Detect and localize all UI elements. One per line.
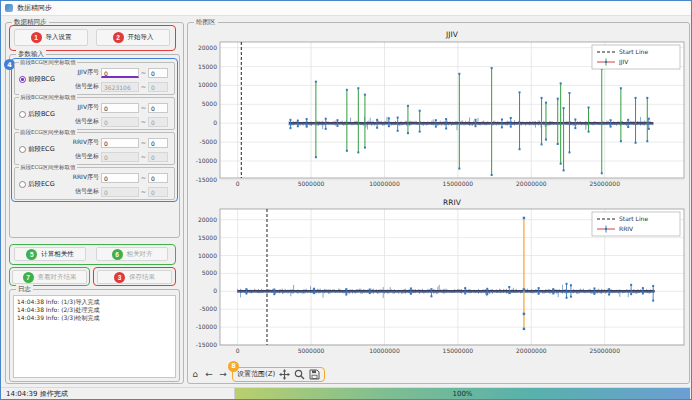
tilde-separator: ~ (139, 118, 148, 126)
param-row: RRIV序号0~0 (61, 171, 172, 184)
radio-label: 后段ECG (28, 180, 55, 189)
import-settings-button[interactable]: 1 导入设置 (14, 29, 88, 46)
radio-dot (19, 111, 26, 118)
set-range-button[interactable]: 设置范围(Z) (237, 369, 275, 379)
svg-text:RRIV: RRIV (619, 225, 634, 232)
params-group-label: 参数输入 (16, 50, 46, 59)
jjiv-chart-canvas[interactable]: 0500000010000000150000002000000025000000… (190, 26, 687, 196)
svg-text:-5000: -5000 (200, 305, 218, 312)
tilde-separator: ~ (139, 104, 148, 112)
param-row: 信号坐标0~0 (61, 150, 172, 163)
correlation-align-label: 相关对齐 (127, 250, 153, 259)
window-title: 数据精同步 (17, 3, 52, 13)
param-field-to[interactable]: 0 (148, 82, 168, 92)
app-icon (5, 4, 13, 12)
param-field-to[interactable]: 0 (148, 117, 168, 127)
radio-前段ECG[interactable]: 前段ECG (19, 145, 55, 154)
badge-6: 6 (112, 249, 123, 260)
param-field-from[interactable]: 0 (101, 173, 139, 183)
param-field-from[interactable]: 0 (101, 68, 139, 78)
save-figure-icon[interactable] (309, 369, 320, 380)
param-field-to[interactable]: 0 (148, 173, 168, 183)
svg-text:10000: 10000 (198, 252, 217, 259)
param-field-from[interactable]: 3623106 (101, 82, 139, 92)
param-field-from[interactable]: 0 (101, 187, 139, 197)
tilde-separator: ~ (139, 188, 148, 196)
start-import-label: 开始导入 (128, 33, 154, 42)
param-field-from[interactable]: 0 (101, 103, 139, 113)
view-align-result-button[interactable]: 7 查看对齐结果 (12, 270, 87, 284)
svg-text:0: 0 (213, 287, 217, 294)
calc-correlation-button[interactable]: 5 计算相关性 (14, 247, 86, 261)
save-result-button[interactable]: 3 保存结果 (97, 270, 172, 284)
view-align-result-label: 查看对齐结果 (38, 273, 77, 282)
radio-后段ECG[interactable]: 后段ECG (19, 180, 55, 189)
tilde-separator: ~ (139, 174, 148, 182)
progress-bar: 100% (234, 388, 690, 400)
svg-text:0: 0 (236, 347, 240, 354)
radio-label: 前段BCG (28, 75, 55, 84)
svg-text:10000000: 10000000 (369, 347, 400, 354)
param-label: JJIV序号 (61, 103, 99, 112)
start-import-button[interactable]: 2 开始导入 (96, 29, 170, 46)
badge-5: 5 (26, 249, 37, 260)
radio-dot (19, 181, 26, 188)
badge-7: 7 (23, 272, 34, 283)
param-group-0: 前段BCG区间坐标取值前段BCGJJIV序号0~0信号坐标3623106~0 (14, 62, 175, 95)
param-field-from[interactable]: 0 (101, 117, 139, 127)
log-line: 14:04:38 Info: (2/3)处理完成 (17, 306, 172, 314)
svg-text:10000: 10000 (198, 81, 217, 88)
param-row: 信号坐标3623106~0 (61, 80, 172, 93)
log-box[interactable]: 14:04:38 Info: (1/3)导入完成14:04:38 Info: (… (13, 295, 176, 378)
svg-text:RRIV: RRIV (443, 198, 462, 207)
svg-text:5000000: 5000000 (298, 347, 325, 354)
param-field-from[interactable]: 0 (101, 152, 139, 162)
radio-label: 前段ECG (28, 145, 55, 154)
forward-icon[interactable]: → (218, 365, 228, 383)
param-group-3: 后段ECG区间坐标取值后段ECGRRIV序号0~0信号坐标0~0 (14, 167, 175, 200)
zoom-icon[interactable] (294, 369, 305, 380)
progress-label: 100% (452, 390, 472, 398)
svg-text:-15000: -15000 (196, 176, 217, 183)
tilde-separator: ~ (139, 69, 148, 77)
param-field-to[interactable]: 0 (148, 187, 168, 197)
svg-text:15000000: 15000000 (443, 347, 474, 354)
param-label: 信号坐标 (61, 152, 99, 161)
param-label: 信号坐标 (61, 187, 99, 196)
rriv-chart-canvas[interactable]: 0500000010000000150000002000000025000000… (190, 197, 687, 363)
radio-后段BCG[interactable]: 后段BCG (19, 110, 55, 119)
tilde-separator: ~ (139, 153, 148, 161)
svg-text:20000000: 20000000 (516, 347, 547, 354)
svg-text:JJIV: JJIV (618, 58, 629, 66)
import-settings-label: 导入设置 (46, 33, 72, 42)
radio-前段BCG[interactable]: 前段BCG (19, 75, 55, 84)
param-row: RRIV序号0~0 (61, 136, 172, 149)
param-group-title: 前段ECG区间坐标取值 (19, 129, 77, 136)
pan-icon[interactable] (279, 369, 290, 380)
param-field-to[interactable]: 0 (148, 68, 168, 78)
param-field-to[interactable]: 0 (148, 103, 168, 113)
annotation-box-set-range: 8 设置范围(Z) (232, 367, 325, 382)
param-group-2: 前段ECG区间坐标取值前段ECGRRIV序号0~0信号坐标0~0 (14, 132, 175, 165)
badge-1: 1 (31, 32, 42, 43)
correlation-align-button[interactable]: 6 相关对齐 (96, 247, 168, 261)
param-field-to[interactable]: 0 (148, 138, 168, 148)
radio-label: 后段BCG (28, 110, 55, 119)
home-icon[interactable]: ⌂ (190, 365, 200, 383)
param-label: 信号坐标 (61, 82, 99, 91)
svg-text:20000: 20000 (198, 44, 217, 51)
back-icon[interactable]: ← (204, 365, 214, 383)
plot-toolbar: ⌂ ← → 8 设置范围(Z) (190, 365, 325, 383)
param-field-to[interactable]: 0 (148, 152, 168, 162)
log-line: 14:04:38 Info: (1/3)导入完成 (17, 298, 172, 306)
param-label: RRIV序号 (61, 138, 99, 147)
svg-text:JJIV: JJIV (445, 30, 459, 39)
param-field-from[interactable]: 0 (101, 138, 139, 148)
svg-text:20000: 20000 (198, 216, 217, 223)
param-group-title: 后段BCG区间坐标取值 (19, 94, 77, 101)
svg-text:15000000: 15000000 (443, 180, 474, 187)
param-row: JJIV序号0~0 (61, 66, 172, 79)
svg-text:20000000: 20000000 (516, 180, 547, 187)
svg-text:15000: 15000 (198, 63, 217, 70)
param-label: JJIV序号 (61, 68, 99, 77)
